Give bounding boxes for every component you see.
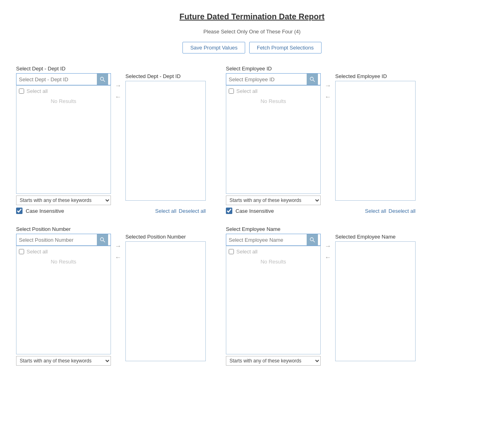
emp-case-label: Case Insensitive — [236, 208, 274, 214]
selected-emp-id-label: Selected Employee ID — [335, 73, 416, 79]
selected-emp-id-box — [335, 81, 416, 201]
emp-list-box[interactable]: Select all No Results — [226, 85, 321, 194]
dept-search-input[interactable] — [16, 75, 97, 84]
dept-deselect-all-link[interactable]: Deselect all — [179, 208, 206, 214]
empname-no-results: No Results — [229, 259, 318, 265]
empname-keyword-select[interactable]: Starts with any of these keywords — [226, 356, 321, 366]
emp-deselect-all-link[interactable]: Deselect all — [389, 208, 416, 214]
svg-point-4 — [100, 238, 104, 241]
svg-point-6 — [310, 238, 313, 241]
emp-select-all-link[interactable]: Select all — [365, 208, 386, 214]
pos-select-all-checkbox[interactable] — [19, 249, 24, 254]
pos-search-button[interactable] — [97, 234, 108, 245]
svg-line-1 — [103, 80, 105, 82]
dept-select-all-label: Select all — [27, 88, 48, 94]
emp-search-box — [226, 73, 321, 85]
position-number-group: Select Position Number Select a — [16, 226, 206, 366]
search-icon — [309, 76, 315, 82]
dept-no-results: No Results — [19, 98, 108, 104]
selected-dept-box — [125, 81, 206, 201]
emp-arrow-right[interactable]: → — [323, 81, 333, 90]
selected-empname-label: Selected Employee Name — [335, 234, 416, 240]
search-icon — [309, 237, 315, 243]
page-subtitle: Please Select Only One of These Four (4) — [8, 29, 496, 35]
search-icon — [100, 237, 105, 243]
selected-dept-label: Selected Dept - Dept ID — [125, 73, 206, 79]
emp-select-all-label: Select all — [236, 88, 258, 94]
svg-line-3 — [313, 80, 315, 82]
dept-keyword-select[interactable]: Starts with any of these keywords — [16, 195, 111, 205]
emp-keyword-select[interactable]: Starts with any of these keywords — [226, 195, 321, 205]
dept-arrow-right[interactable]: → — [113, 81, 123, 90]
section-2-row: Select Position Number Select a — [16, 226, 488, 366]
emp-no-results: No Results — [229, 98, 318, 104]
employee-name-group: Select Employee Name Select all — [226, 226, 416, 366]
selected-pos-box — [125, 241, 206, 361]
empname-select-all-checkbox[interactable] — [229, 249, 234, 254]
pos-search-box — [16, 234, 111, 246]
dept-select-all-link[interactable]: Select all — [155, 208, 176, 214]
svg-line-5 — [103, 241, 105, 242]
toolbar: Save Prompt Values Fetch Prompt Selectio… — [8, 42, 496, 54]
empname-search-button[interactable] — [307, 234, 318, 245]
dept-case-label: Case Insensitive — [26, 208, 64, 214]
emp-search-button[interactable] — [307, 74, 318, 85]
dept-arrow-left[interactable]: ← — [113, 93, 123, 101]
pos-arrow-col: → ← — [111, 242, 125, 262]
emp-search-input[interactable] — [226, 75, 307, 84]
empname-arrow-left[interactable]: ← — [323, 253, 333, 262]
emp-arrow-left[interactable]: ← — [323, 93, 333, 101]
pos-search-input[interactable] — [16, 235, 97, 245]
emp-bottom-row: Case Insensitive Select all Deselect all — [226, 208, 416, 214]
emp-select-all-checkbox[interactable] — [229, 88, 234, 94]
dept-id-label: Select Dept - Dept ID — [16, 66, 206, 72]
dept-case-checkbox[interactable] — [16, 208, 23, 214]
pos-arrow-left[interactable]: ← — [113, 253, 123, 262]
empname-select-all-label: Select all — [236, 249, 258, 255]
pos-no-results: No Results — [19, 259, 108, 265]
pos-select-all-label: Select all — [27, 249, 48, 255]
empname-list-box[interactable]: Select all No Results — [226, 246, 321, 354]
emp-arrow-col: → ← — [321, 81, 335, 101]
svg-line-7 — [313, 241, 315, 242]
empname-search-input[interactable] — [226, 235, 307, 245]
employee-id-group: Select Employee ID Select all — [226, 66, 416, 214]
selected-empname-box — [335, 241, 416, 361]
section-1-row: Select Dept - Dept ID Select al — [16, 66, 488, 214]
dept-search-button[interactable] — [97, 74, 108, 85]
dept-id-group: Select Dept - Dept ID Select al — [16, 66, 206, 214]
fetch-prompt-button[interactable]: Fetch Prompt Selections — [249, 42, 322, 54]
page-title: Future Dated Termination Date Report — [8, 12, 496, 21]
employee-id-label: Select Employee ID — [226, 66, 416, 72]
emp-case-checkbox[interactable] — [226, 208, 232, 214]
employee-name-label: Select Employee Name — [226, 226, 416, 232]
empname-arrow-col: → ← — [321, 242, 335, 262]
svg-point-2 — [310, 77, 313, 80]
empname-arrow-right[interactable]: → — [323, 242, 333, 251]
dept-select-all-checkbox[interactable] — [19, 88, 24, 94]
position-number-label: Select Position Number — [16, 226, 206, 232]
svg-point-0 — [100, 77, 104, 80]
dept-arrow-col: → ← — [111, 81, 125, 101]
dept-search-box — [16, 73, 111, 85]
dept-bottom-row: Case Insensitive Select all Deselect all — [16, 208, 206, 214]
save-prompt-button[interactable]: Save Prompt Values — [182, 42, 245, 54]
selected-pos-label: Selected Position Number — [125, 234, 206, 240]
empname-search-box — [226, 234, 321, 246]
pos-keyword-select[interactable]: Starts with any of these keywords — [16, 356, 111, 366]
pos-list-box[interactable]: Select all No Results — [16, 246, 111, 354]
pos-arrow-right[interactable]: → — [113, 242, 123, 251]
dept-list-box[interactable]: Select all No Results — [16, 85, 111, 194]
search-icon — [100, 76, 105, 82]
